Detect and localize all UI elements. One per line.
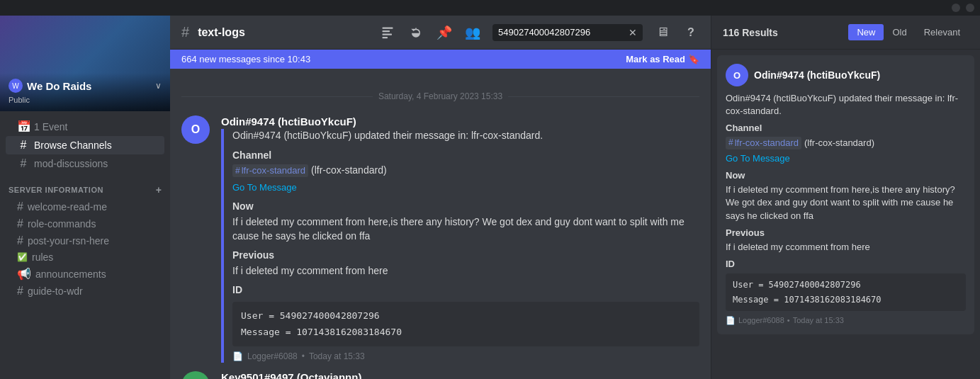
search-results-list: O Odin#9474 (hctiBuoYkcuF) Odin#9474 (hc…: [711, 50, 980, 379]
previous-text: If i deleted my ccomment from here: [232, 264, 699, 278]
svg-rect-0: [383, 27, 393, 28]
result-header: O Odin#9474 (hctiBuoYkcuF): [726, 64, 966, 86]
main-content: # text-logs 📌 👥 ✕ 🖥 ?: [170, 16, 711, 379]
checkmark-icon: ✅: [17, 252, 28, 262]
browse-channels-icon: #: [17, 139, 30, 152]
sidebar: W We Do Raids ∨ Public 📅 1 Event # Brows…: [0, 16, 170, 379]
channel-paren: (lfr-cox-standard): [311, 164, 387, 178]
minimize-button[interactable]: [952, 4, 960, 12]
new-messages-bar: 664 new messages since 10:43 Mark as Rea…: [170, 50, 711, 69]
message-group: O Odin#9474 (hctiBuoYkcuF) Odin#9474 (hc…: [181, 113, 699, 366]
sidebar-item-browse-channels[interactable]: # Browse Channels: [6, 136, 164, 154]
mark-as-read-button[interactable]: Mark as Read 🔖: [626, 54, 699, 64]
hash-icon: #: [728, 137, 733, 149]
sidebar-item-mod-discussions[interactable]: # mod-discussions: [6, 154, 164, 173]
hash-icon: #: [17, 285, 23, 298]
channel-section-label: Channel: [232, 149, 699, 163]
sidebar-item-welcome-read-me[interactable]: # welcome-read-me: [6, 198, 164, 215]
result-logger-icon: 📄: [726, 315, 736, 326]
bookmark-icon: 🔖: [688, 54, 699, 64]
chevron-down-icon: ∨: [155, 81, 162, 91]
sidebar-item-rules[interactable]: ✅ rules: [6, 249, 164, 265]
members-icon[interactable]: 👥: [464, 24, 481, 41]
results-tabs: New Old Relevant: [848, 24, 969, 40]
hash-icon: #: [17, 217, 23, 230]
channel-name: welcome-read-me: [28, 201, 107, 213]
add-channel-button[interactable]: +: [153, 184, 164, 196]
search-panel-header: 116 Results New Old Relevant: [711, 16, 980, 50]
server-public-badge: Public: [9, 93, 162, 106]
hash-icon: #: [17, 157, 30, 170]
threads-icon[interactable]: [379, 24, 396, 41]
sidebar-item-post-your-rsn-here[interactable]: # post-your-rsn-here: [6, 232, 164, 249]
channel-name: role-commands: [28, 218, 96, 230]
now-label: Now: [232, 200, 699, 214]
channel-header: # text-logs 📌 👥 ✕ 🖥 ?: [170, 16, 711, 50]
previous-label: Previous: [232, 249, 699, 263]
user-key: User: [241, 310, 263, 321]
search-panel: 116 Results New Old Relevant O Odin#9474…: [711, 16, 980, 379]
result-body: Odin#9474 (hctiBuoYkcuF) updated their m…: [726, 92, 966, 326]
go-to-message-link[interactable]: Go To Message: [232, 182, 297, 193]
message-username: Odin#9474 (hctiBuoYkcuF): [221, 115, 356, 128]
results-count: 116 Results: [723, 27, 778, 38]
message-timestamp: Today at 15:33: [309, 351, 365, 363]
result-message-val: 107143816208318467​0: [784, 295, 881, 305]
maximize-button[interactable]: [966, 4, 974, 12]
svg-rect-2: [383, 33, 393, 35]
channel-pill[interactable]: # lfr-cox-standard: [232, 164, 308, 177]
sidebar-item-guide-to-wdr[interactable]: # guide-to-wdr: [6, 283, 164, 300]
mute-icon[interactable]: [407, 24, 424, 41]
result-id-label: ID: [726, 258, 966, 271]
search-input[interactable]: [498, 24, 626, 41]
sidebar-item-announcements[interactable]: 📢 announcements: [6, 265, 164, 283]
sidebar-section: 📅 1 Event # Browse Channels # mod-discus…: [0, 111, 170, 379]
channel-name: rules: [32, 251, 53, 263]
calendar-icon: 📅: [17, 120, 30, 133]
sidebar-item-label-event: 1 Event: [34, 121, 67, 132]
search-bar-wrap[interactable]: ✕: [492, 24, 643, 41]
message-header: Odin#9474 (hctiBuoYkcuF): [221, 115, 699, 128]
user-val: 549027400042807296: [280, 310, 380, 321]
message-username-2: Kev9501#9497 (Octaviannn): [221, 371, 361, 379]
megaphone-icon: 📢: [17, 267, 31, 281]
sidebar-item-event[interactable]: 📅 1 Event: [6, 117, 164, 136]
result-username: Odin#9474 (hctiBuoYkcuF): [754, 69, 880, 81]
server-banner: W We Do Raids ∨ Public: [0, 16, 170, 111]
result-footer: 📄 Logger#6088 • Today at 15:33: [726, 315, 966, 326]
result-logger-name: Logger#6088: [738, 315, 784, 326]
result-timestamp: Today at 15:33: [793, 315, 844, 326]
tab-new[interactable]: New: [848, 24, 884, 40]
server-name: We Do Raids: [27, 80, 91, 92]
result-go-to-message[interactable]: Go To Message: [726, 153, 790, 164]
channel-hash-icon: #: [181, 24, 189, 40]
channel-pill-name: lfr-cox-standard: [242, 164, 305, 177]
header-icons: 📌 👥 ✕ 🖥 ?: [379, 24, 699, 41]
server-info-header[interactable]: SERVER INFORMATION +: [0, 181, 170, 198]
tab-old[interactable]: Old: [884, 24, 915, 40]
tab-relevant[interactable]: Relevant: [916, 24, 969, 40]
server-icon-letter: W: [12, 82, 18, 90]
channel-name: post-your-rsn-here: [28, 235, 109, 247]
help-icon[interactable]: ?: [682, 24, 699, 41]
result-channel-name: lfr-cox-standard: [735, 137, 799, 149]
result-channel-pill[interactable]: # lfr-cox-standard: [726, 137, 801, 149]
result-previous-label: Previous: [726, 227, 966, 239]
hash-icon: #: [235, 165, 240, 177]
clear-search-icon[interactable]: ✕: [629, 27, 637, 38]
server-name-area[interactable]: W We Do Raids ∨: [9, 79, 162, 93]
pin-icon[interactable]: 📌: [436, 24, 453, 41]
message-val: 107143816208318467​0: [296, 327, 402, 337]
avatar-2: K: [181, 371, 210, 379]
result-now-text: If i deleted my ccomment from here,is th…: [726, 183, 966, 222]
message-key: Message: [241, 327, 280, 337]
result-body-text: Odin#9474 (hctiBuoYkcuF) updated their m…: [726, 92, 966, 118]
sidebar-item-role-commands[interactable]: # role-commands: [6, 215, 164, 232]
server-info-label: SERVER INFORMATION: [9, 186, 103, 194]
logger-icon: 📄: [232, 351, 243, 363]
monitor-icon[interactable]: 🖥: [654, 24, 671, 41]
search-result-item: O Odin#9474 (hctiBuoYkcuF) Odin#9474 (hc…: [717, 55, 974, 334]
sidebar-item-label-mod: mod-discussions: [34, 158, 108, 169]
message-text: Odin#9474 (hctiBuoYkcuF) updated their m…: [221, 129, 699, 363]
server-icon: W: [9, 79, 23, 93]
